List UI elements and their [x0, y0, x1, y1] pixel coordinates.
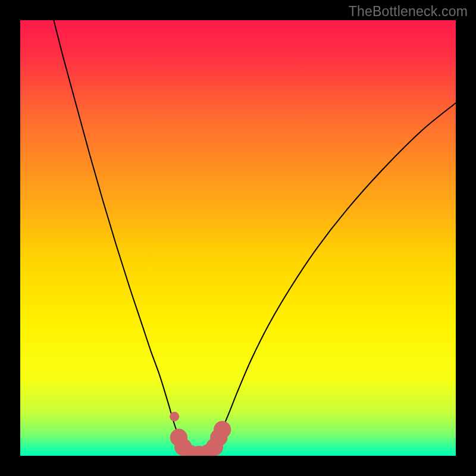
accent-dot	[170, 412, 179, 421]
accent-blob-right-3	[214, 421, 231, 438]
chart-frame: TheBottleneck.com	[0, 0, 476, 476]
plot-area	[20, 20, 456, 456]
curve-layer	[20, 20, 456, 456]
bottleneck-curve	[54, 20, 456, 456]
watermark-text: TheBottleneck.com	[349, 4, 468, 20]
accent-markers	[170, 412, 231, 456]
